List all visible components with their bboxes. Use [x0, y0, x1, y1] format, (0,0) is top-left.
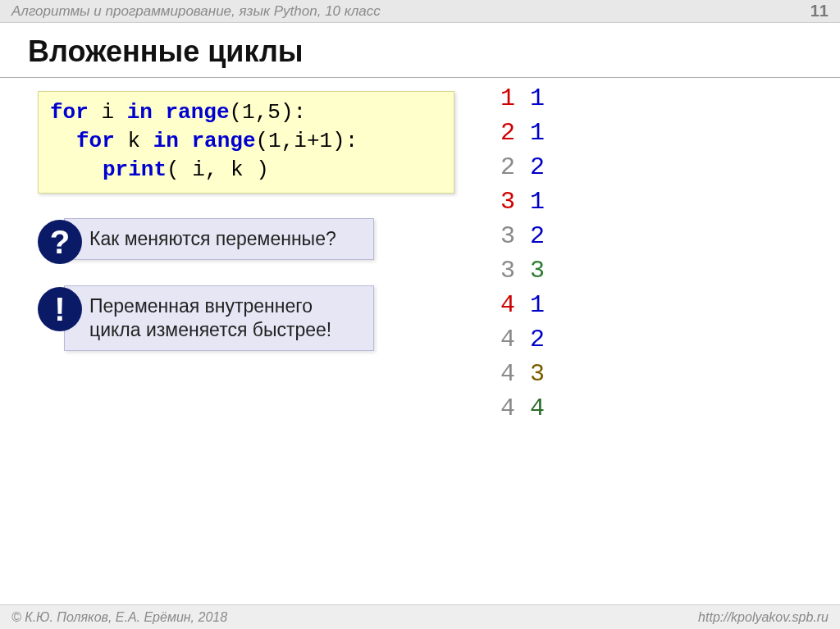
info-text: Переменная внутреннего цикла изменяется …	[64, 285, 374, 351]
output-row: 4 2	[500, 322, 545, 357]
output-row: 2 2	[500, 150, 545, 185]
output-i: 4	[500, 360, 515, 388]
copyright-text: © К.Ю. Поляков, Е.А. Ерёмин, 2018	[11, 610, 227, 625]
output-i: 2	[500, 119, 515, 147]
output-i: 3	[500, 222, 515, 250]
keyword-in: in	[127, 100, 153, 125]
output-k: 1	[530, 188, 545, 216]
output-k: 3	[530, 257, 545, 285]
output-i: 2	[500, 153, 515, 181]
output-row: 4 1	[500, 288, 545, 322]
output-row: 3 2	[500, 219, 545, 253]
output-i: 3	[500, 257, 515, 285]
slide-footer: © К.Ю. Поляков, Е.А. Ерёмин, 2018 http:/…	[0, 604, 840, 629]
question-text: Как меняются переменные?	[64, 218, 374, 260]
output-k: 1	[530, 119, 545, 147]
output-k: 2	[530, 222, 545, 250]
page-number: 11	[810, 2, 829, 21]
output-i: 1	[500, 84, 515, 112]
info-callout: ! Переменная внутреннего цикла изменяетс…	[38, 285, 374, 351]
keyword-for: for	[50, 100, 89, 125]
code-block: for i in range(1,5): for k in range(1,i+…	[38, 91, 454, 194]
output-row: 4 3	[500, 357, 545, 391]
fn-range: range	[165, 100, 229, 125]
subject-line: Алгоритмы и программирование, язык Pytho…	[11, 3, 381, 20]
output-k: 1	[530, 291, 545, 319]
output-i: 4	[500, 326, 515, 353]
code-line-1: for i in range(1,5):	[50, 98, 442, 127]
program-output: 1 12 12 23 13 23 34 14 24 34 4	[500, 81, 545, 426]
code-var: i	[101, 100, 114, 125]
fn-range: range	[191, 129, 255, 153]
output-row: 3 3	[500, 253, 545, 288]
output-row: 3 1	[500, 185, 545, 219]
output-row: 1 1	[500, 81, 545, 116]
output-k: 3	[530, 360, 545, 388]
code-args: ( i, k )	[167, 157, 269, 182]
output-k: 4	[530, 394, 545, 422]
keyword-in: in	[153, 129, 179, 153]
slide-content: for i in range(1,5): for k in range(1,i+…	[0, 78, 840, 351]
output-i: 4	[500, 291, 515, 319]
slide-title: Вложенные циклы	[0, 23, 840, 78]
code-var: k	[127, 129, 140, 153]
code-line-3: print( i, k )	[50, 156, 442, 185]
output-k: 2	[530, 326, 545, 353]
question-icon: ?	[38, 220, 82, 264]
slide-header: Алгоритмы и программирование, язык Pytho…	[0, 0, 840, 23]
output-i: 3	[500, 188, 515, 216]
output-i: 4	[500, 394, 515, 422]
output-k: 1	[530, 84, 545, 112]
question-callout: ? Как меняются переменные?	[38, 218, 374, 264]
fn-print: print	[103, 157, 167, 182]
output-k: 2	[530, 153, 545, 181]
exclamation-icon: !	[38, 287, 82, 331]
output-row: 2 1	[500, 116, 545, 150]
code-args: (1,i+1):	[255, 129, 358, 153]
source-url: http://kpolyakov.spb.ru	[698, 610, 829, 625]
output-row: 4 4	[500, 391, 545, 426]
keyword-for: for	[76, 129, 115, 153]
code-line-2: for k in range(1,i+1):	[50, 127, 442, 156]
code-args: (1,5):	[229, 100, 306, 125]
